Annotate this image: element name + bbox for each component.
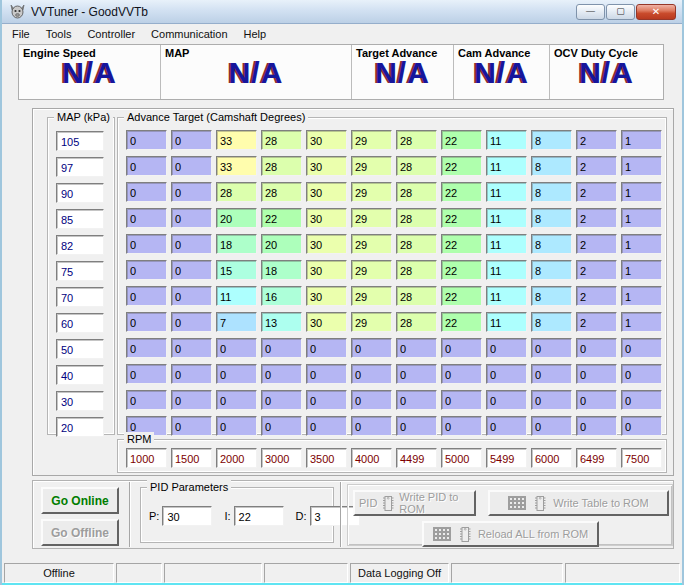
table-cell[interactable]: 29 bbox=[351, 286, 392, 306]
table-cell[interactable]: 0 bbox=[126, 312, 167, 332]
table-cell[interactable]: 1 bbox=[621, 260, 662, 280]
reload-all-from-rom-button[interactable]: Reload ALL from ROM bbox=[422, 521, 599, 547]
table-cell[interactable]: 28 bbox=[396, 260, 437, 280]
menu-communication[interactable]: Communication bbox=[143, 26, 235, 42]
table-cell[interactable]: 0 bbox=[171, 130, 212, 150]
map-axis-field[interactable]: 30 bbox=[56, 391, 104, 411]
table-cell[interactable]: 0 bbox=[306, 416, 347, 436]
table-cell[interactable]: 0 bbox=[216, 338, 257, 358]
table-cell[interactable]: 0 bbox=[441, 364, 482, 384]
table-cell[interactable]: 0 bbox=[171, 260, 212, 280]
table-cell[interactable]: 11 bbox=[486, 182, 527, 202]
close-button[interactable]: ✕ bbox=[636, 4, 676, 20]
table-cell[interactable]: 22 bbox=[441, 156, 482, 176]
table-cell[interactable]: 2 bbox=[576, 208, 617, 228]
minimize-button[interactable]: — bbox=[576, 4, 605, 20]
table-cell[interactable]: 0 bbox=[261, 416, 302, 436]
table-cell[interactable]: 0 bbox=[216, 390, 257, 410]
write-table-to-rom-button[interactable]: Write Table to ROM bbox=[488, 490, 669, 516]
table-cell[interactable]: 11 bbox=[486, 260, 527, 280]
rpm-axis-field[interactable]: 6000 bbox=[531, 448, 572, 468]
table-cell[interactable]: 0 bbox=[486, 364, 527, 384]
table-cell[interactable]: 0 bbox=[531, 390, 572, 410]
table-cell[interactable]: 30 bbox=[306, 208, 347, 228]
table-cell[interactable]: 0 bbox=[351, 338, 392, 358]
table-cell[interactable]: 28 bbox=[396, 208, 437, 228]
table-cell[interactable]: 0 bbox=[261, 338, 302, 358]
map-axis-field[interactable]: 20 bbox=[56, 417, 104, 437]
table-cell[interactable]: 22 bbox=[441, 286, 482, 306]
table-cell[interactable]: 0 bbox=[171, 182, 212, 202]
table-cell[interactable]: 0 bbox=[396, 390, 437, 410]
table-cell[interactable]: 30 bbox=[306, 156, 347, 176]
table-cell[interactable]: 33 bbox=[216, 156, 257, 176]
rpm-axis-field[interactable]: 5499 bbox=[486, 448, 527, 468]
map-axis-field[interactable]: 82 bbox=[56, 235, 104, 255]
table-cell[interactable]: 1 bbox=[621, 286, 662, 306]
map-axis-field[interactable]: 97 bbox=[56, 157, 104, 177]
table-cell[interactable]: 8 bbox=[531, 286, 572, 306]
table-cell[interactable]: 0 bbox=[621, 338, 662, 358]
table-cell[interactable]: 0 bbox=[396, 416, 437, 436]
table-cell[interactable]: 0 bbox=[171, 156, 212, 176]
table-cell[interactable]: 0 bbox=[261, 390, 302, 410]
rpm-axis-field[interactable]: 7500 bbox=[621, 448, 662, 468]
rpm-axis-field[interactable]: 1000 bbox=[126, 448, 167, 468]
table-cell[interactable]: 11 bbox=[486, 286, 527, 306]
table-cell[interactable]: 28 bbox=[396, 156, 437, 176]
table-cell[interactable]: 30 bbox=[306, 234, 347, 254]
table-cell[interactable]: 0 bbox=[576, 416, 617, 436]
table-cell[interactable]: 28 bbox=[396, 182, 437, 202]
table-cell[interactable]: 30 bbox=[306, 130, 347, 150]
table-cell[interactable]: 0 bbox=[126, 130, 167, 150]
table-cell[interactable]: 0 bbox=[531, 338, 572, 358]
table-cell[interactable]: 0 bbox=[306, 390, 347, 410]
table-cell[interactable]: 0 bbox=[171, 416, 212, 436]
menu-tools[interactable]: Tools bbox=[38, 26, 80, 42]
pid-i-field[interactable]: 22 bbox=[234, 506, 284, 526]
table-cell[interactable]: 20 bbox=[261, 234, 302, 254]
write-pid-to-rom-button[interactable]: PID Write PID to ROM bbox=[353, 490, 476, 516]
map-axis-field[interactable]: 50 bbox=[56, 339, 104, 359]
table-cell[interactable]: 28 bbox=[396, 234, 437, 254]
map-axis-field[interactable]: 40 bbox=[56, 365, 104, 385]
table-cell[interactable]: 1 bbox=[621, 182, 662, 202]
table-cell[interactable]: 0 bbox=[216, 364, 257, 384]
table-cell[interactable]: 2 bbox=[576, 182, 617, 202]
table-cell[interactable]: 22 bbox=[441, 260, 482, 280]
table-cell[interactable]: 11 bbox=[486, 312, 527, 332]
table-cell[interactable]: 18 bbox=[261, 260, 302, 280]
table-cell[interactable]: 0 bbox=[486, 390, 527, 410]
table-cell[interactable]: 0 bbox=[351, 364, 392, 384]
table-cell[interactable]: 0 bbox=[531, 364, 572, 384]
table-cell[interactable]: 29 bbox=[351, 312, 392, 332]
table-cell[interactable]: 1 bbox=[621, 156, 662, 176]
table-cell[interactable]: 29 bbox=[351, 208, 392, 228]
menu-help[interactable]: Help bbox=[236, 26, 275, 42]
map-axis-field[interactable]: 60 bbox=[56, 313, 104, 333]
table-cell[interactable]: 20 bbox=[216, 208, 257, 228]
table-cell[interactable]: 0 bbox=[261, 364, 302, 384]
table-cell[interactable]: 8 bbox=[531, 208, 572, 228]
table-cell[interactable]: 8 bbox=[531, 130, 572, 150]
table-cell[interactable]: 0 bbox=[621, 416, 662, 436]
table-cell[interactable]: 0 bbox=[351, 390, 392, 410]
table-cell[interactable]: 11 bbox=[486, 130, 527, 150]
table-cell[interactable]: 28 bbox=[396, 130, 437, 150]
table-cell[interactable]: 22 bbox=[261, 208, 302, 228]
table-cell[interactable]: 29 bbox=[351, 156, 392, 176]
table-cell[interactable]: 11 bbox=[486, 208, 527, 228]
table-cell[interactable]: 0 bbox=[621, 364, 662, 384]
table-cell[interactable]: 0 bbox=[171, 312, 212, 332]
table-cell[interactable]: 0 bbox=[486, 416, 527, 436]
table-cell[interactable]: 0 bbox=[351, 416, 392, 436]
table-cell[interactable]: 0 bbox=[306, 364, 347, 384]
table-cell[interactable]: 33 bbox=[216, 130, 257, 150]
table-cell[interactable]: 0 bbox=[576, 390, 617, 410]
table-cell[interactable]: 29 bbox=[351, 260, 392, 280]
map-axis-field[interactable]: 70 bbox=[56, 287, 104, 307]
table-cell[interactable]: 2 bbox=[576, 312, 617, 332]
table-cell[interactable]: 1 bbox=[621, 208, 662, 228]
table-cell[interactable]: 0 bbox=[171, 390, 212, 410]
table-cell[interactable]: 0 bbox=[171, 286, 212, 306]
